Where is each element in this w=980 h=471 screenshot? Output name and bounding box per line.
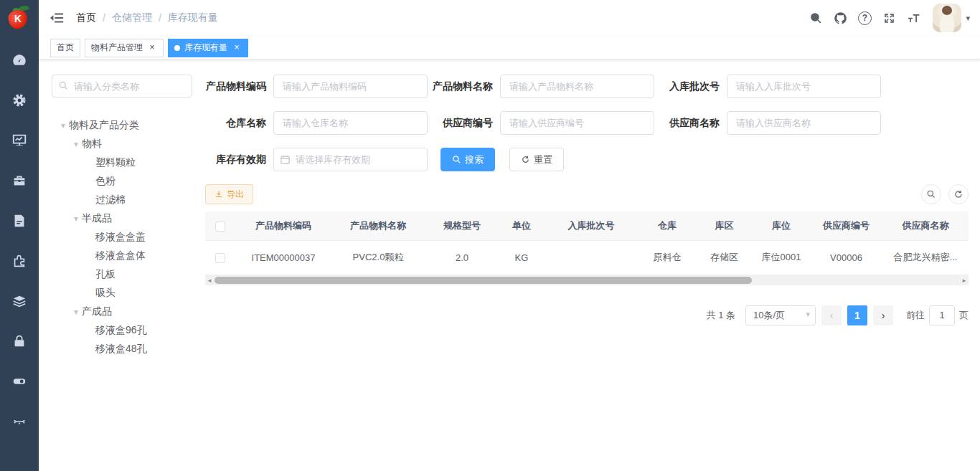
field-supplier-code: 供应商编号 (432, 111, 654, 135)
cell-item-code: ITEM00000037 (235, 240, 331, 275)
strawberry-logo-icon: K (9, 6, 30, 30)
tree-node[interactable]: ▾产成品 (52, 303, 194, 321)
user-avatar[interactable] (933, 4, 961, 32)
tree-node[interactable]: 吸头 (52, 284, 194, 303)
item-code-input[interactable] (273, 75, 428, 98)
tree-search-input[interactable] (52, 75, 192, 97)
tab-material-product[interactable]: 物料产品管理 × (85, 39, 164, 57)
help-icon[interactable]: ? (856, 9, 873, 27)
tree-node[interactable]: ▾物料及产品分类 (52, 116, 194, 135)
category-tree-panel: ▾物料及产品分类 ▾物料 塑料颗粒 色粉 过滤棉 ▾半成品 移液盒盒盖 移液盒盒… (52, 75, 194, 471)
tree-node[interactable]: 孔板 (52, 265, 194, 284)
font-size-icon[interactable] (905, 9, 922, 27)
tree-caret-icon[interactable]: ▾ (57, 120, 69, 130)
eye-closed-icon[interactable] (11, 414, 27, 429)
col-unit: 单位 (499, 211, 544, 240)
field-label: 库存有效期 (205, 153, 273, 166)
scrollbar-thumb[interactable] (215, 277, 752, 284)
tree-node-label: 吸头 (95, 287, 116, 300)
layers-icon[interactable] (11, 293, 27, 309)
breadcrumb-separator: / (159, 12, 161, 24)
app-logo[interactable]: K (0, 0, 39, 36)
breadcrumb-parent: 仓储管理 (112, 11, 152, 24)
sidebar: K (0, 0, 39, 471)
dashboard-icon[interactable] (11, 52, 27, 68)
item-name-input[interactable] (500, 75, 654, 98)
tree-caret-icon[interactable]: ▾ (70, 307, 82, 317)
select-all-checkbox[interactable] (215, 222, 225, 232)
refresh-icon (521, 155, 530, 164)
question-glyph: ? (858, 11, 872, 25)
search-button[interactable]: 搜索 (440, 148, 495, 171)
refresh-icon (953, 189, 963, 199)
cell-warehouse: 原料仓 (639, 240, 696, 275)
tree-node[interactable]: 塑料颗粒 (52, 153, 194, 172)
search-icon (926, 189, 936, 199)
goto-label: 前往 (906, 309, 925, 322)
tab-close-icon[interactable]: × (232, 43, 242, 53)
document-icon[interactable] (11, 213, 27, 229)
tree-node-label: 移液盒96孔 (95, 324, 147, 337)
page-number-button[interactable]: 1 (847, 305, 867, 325)
toolbox-icon[interactable] (11, 173, 27, 189)
search-icon (452, 155, 461, 164)
tab-label: 首页 (57, 42, 74, 54)
toggle-search-button[interactable] (921, 184, 941, 204)
tree-caret-icon[interactable]: ▾ (70, 214, 82, 224)
scroll-left-icon[interactable]: ◂ (205, 275, 214, 285)
monitor-chart-icon[interactable] (11, 133, 27, 148)
export-button[interactable]: 导出 (205, 184, 253, 204)
tree-node[interactable]: 移液盒盒盖 (52, 228, 194, 247)
filter-row-3: 库存有效期 搜索 重置 (205, 148, 969, 171)
tree-node[interactable]: 色粉 (52, 172, 194, 191)
supplier-name-input[interactable] (727, 111, 881, 135)
field-supplier-name: 供应商名称 (659, 111, 881, 135)
tree-caret-icon[interactable]: ▾ (70, 139, 82, 149)
tab-label: 库存现有量 (184, 42, 227, 54)
table-horizontal-scrollbar: ◂ ▸ (205, 275, 969, 285)
lock-icon[interactable] (11, 333, 27, 349)
warehouse-name-input[interactable] (273, 111, 428, 135)
cell-storage-bin: 库位0001 (753, 240, 810, 275)
reset-button[interactable]: 重置 (509, 148, 564, 171)
pagination-total: 共 1 条 (707, 309, 735, 322)
sidebar-collapse-icon[interactable] (49, 10, 65, 26)
github-icon[interactable] (831, 9, 849, 27)
next-page-button[interactable]: › (873, 305, 893, 325)
breadcrumb-current: 库存现有量 (168, 11, 218, 24)
scrollbar-track (214, 275, 960, 285)
tree-node[interactable]: 过滤棉 (52, 191, 194, 209)
supplier-code-input[interactable] (500, 111, 654, 135)
fullscreen-icon[interactable] (880, 9, 897, 27)
user-menu-caret-icon[interactable]: ▾ (966, 14, 970, 23)
expiry-date-input[interactable] (273, 148, 428, 171)
tree-node[interactable]: 移液盒96孔 (52, 321, 194, 340)
col-batch-no: 入库批次号 (544, 211, 639, 240)
prev-page-button[interactable]: ‹ (821, 305, 842, 325)
batch-no-input[interactable] (727, 75, 881, 98)
table-row[interactable]: ITEM00000037 PVC2.0颗粒 2.0 KG 原料仓 存储区 库位0… (205, 240, 969, 275)
toggle-icon[interactable] (11, 374, 27, 389)
tab-close-icon[interactable]: × (147, 43, 157, 53)
cell-supplier-name: 合肥龙兴精密... (882, 240, 969, 275)
field-batch-no: 入库批次号 (659, 75, 881, 98)
breadcrumb-home[interactable]: 首页 (76, 11, 96, 24)
download-icon (215, 190, 223, 199)
plugin-icon[interactable] (11, 253, 27, 269)
col-supplier-name: 供应商名称 (882, 211, 969, 240)
goto-page-input[interactable] (929, 305, 955, 325)
gear-icon[interactable] (11, 92, 27, 108)
header-search-icon[interactable] (807, 9, 824, 27)
col-warehouse: 仓库 (639, 211, 696, 240)
tree-node[interactable]: 移液盒48孔 (52, 340, 194, 358)
table-toolbar: 导出 (205, 184, 969, 204)
tab-home[interactable]: 首页 (50, 39, 80, 57)
tree-node[interactable]: 移液盒盒体 (52, 247, 194, 265)
scroll-right-icon[interactable]: ▸ (960, 275, 969, 285)
tab-inventory-onhand[interactable]: 库存现有量 × (168, 39, 248, 57)
tree-node[interactable]: ▾物料 (52, 135, 194, 153)
refresh-table-button[interactable] (948, 184, 969, 204)
tree-node[interactable]: ▾半成品 (52, 209, 194, 228)
page-size-select[interactable]: 10条/页 ▾ (745, 305, 816, 325)
row-checkbox[interactable] (215, 253, 225, 263)
